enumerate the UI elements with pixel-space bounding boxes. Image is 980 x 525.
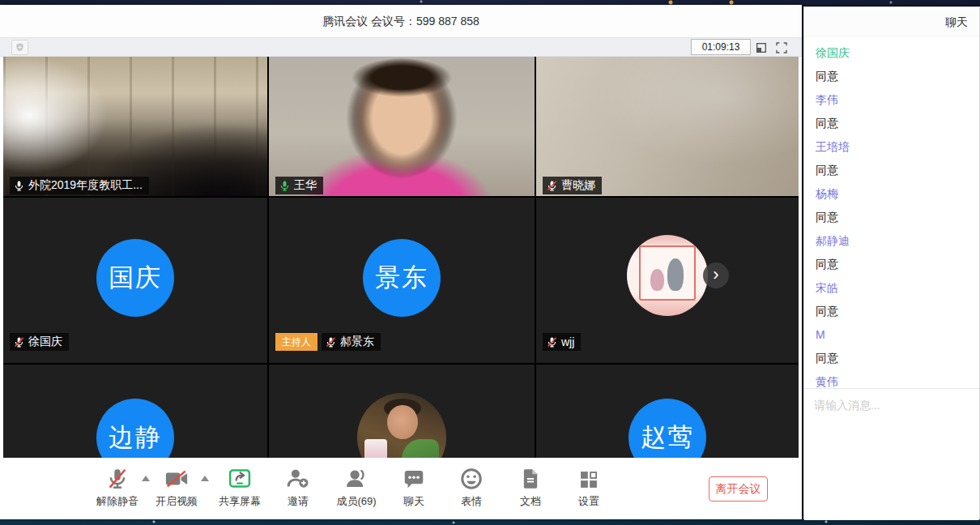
- photo-figure: [387, 405, 417, 439]
- avatar-photo: [627, 235, 708, 316]
- chat-message-text: 同意: [816, 65, 968, 88]
- layout-switch-button[interactable]: [753, 40, 769, 55]
- members-icon: [326, 463, 387, 491]
- participant-name: 王华: [294, 178, 317, 193]
- chat-panel: 聊天 徐国庆 同意 李伟 同意 王培培 同意 杨梅 同意 郝静迪 同意: [803, 6, 980, 519]
- chat-message-text: 同意: [816, 300, 968, 323]
- avatar-initials: 国庆: [96, 239, 174, 317]
- photo-figure: [364, 439, 388, 458]
- toolbar-docs-button[interactable]: 文档: [500, 463, 561, 509]
- avatar-photo: [357, 393, 446, 458]
- participant-name: 曹晓娜: [561, 178, 595, 193]
- chat-sender-name: 李伟: [816, 88, 968, 112]
- meeting-window: 腾讯会议 会议号：599 887 858 01:09:13: [0, 5, 802, 519]
- chat-message-text: 同意: [816, 206, 968, 229]
- chat-bubble-icon: [383, 463, 445, 491]
- mic-muted-icon: [87, 463, 148, 491]
- mic-muted-icon: [546, 180, 558, 192]
- settings-grid-icon: [558, 463, 620, 491]
- participant-name-tag: 徐国庆: [10, 333, 69, 351]
- photo-frame: [639, 245, 696, 301]
- camera-off-icon: [146, 463, 207, 491]
- chat-message-list[interactable]: 徐国庆 同意 李伟 同意 王培培 同意 杨梅 同意 郝静迪 同意 宋皓 同意: [804, 36, 979, 388]
- chat-sender-name: M: [816, 323, 968, 347]
- video-tile-wjj[interactable]: wjj: [536, 198, 799, 363]
- meeting-app: 腾讯会议 会议号：599 887 858 01:09:13: [0, 0, 980, 525]
- video-tile-baby[interactable]: [269, 365, 535, 458]
- chat-message-text: 同意: [816, 347, 968, 370]
- layout-switch-icon: [755, 41, 768, 54]
- chat-input-area: [804, 388, 979, 520]
- share-screen-icon: [209, 463, 271, 491]
- chat-message: 黄伟 同意: [816, 370, 968, 388]
- chat-message-text: 同意: [816, 112, 968, 135]
- fullscreen-button[interactable]: [773, 40, 789, 55]
- video-tile-zhaoying[interactable]: 赵莺: [536, 365, 799, 458]
- chat-message-text: 同意: [816, 253, 968, 276]
- video-tile-caoxiaona[interactable]: 曹晓娜: [536, 57, 799, 196]
- meeting-toolbar: 解除静音 开启视频 共享屏幕 邀请: [0, 458, 802, 519]
- emoji-icon: [441, 463, 502, 491]
- window-title: 腾讯会议 会议号：599 887 858: [0, 5, 802, 37]
- chat-message: 李伟 同意: [816, 88, 968, 135]
- video-tile-haojingdong[interactable]: 景东 主持人 郝景东: [269, 198, 535, 363]
- chat-message: 徐国庆 同意: [816, 41, 968, 88]
- status-bar: 01:09:13: [0, 37, 802, 57]
- chat-message-text: 同意: [816, 159, 968, 182]
- chat-input[interactable]: [804, 389, 979, 520]
- invite-icon: [267, 463, 329, 491]
- chevron-right-icon: ›: [713, 266, 718, 284]
- chat-sender-name: 郝静迪: [816, 229, 968, 253]
- participant-name-tag: 曹晓娜: [543, 177, 602, 194]
- participant-name-tag: 外院2019年度教职工...: [10, 177, 149, 194]
- toolbar-share-screen-button[interactable]: 共享屏幕: [209, 463, 271, 509]
- photo-figure: [667, 258, 684, 291]
- toolbar-start-video-button[interactable]: 开启视频: [146, 463, 207, 509]
- toolbar-members-button[interactable]: 成员(69): [326, 463, 387, 509]
- next-page-button[interactable]: ›: [703, 262, 729, 288]
- mic-muted-icon: [325, 336, 337, 348]
- video-tile-xuguoqing[interactable]: 国庆 徐国庆: [3, 198, 267, 363]
- chat-sender-name: 王培培: [816, 135, 968, 159]
- caret-up-icon[interactable]: [201, 476, 209, 481]
- fullscreen-icon: [775, 41, 788, 54]
- participant-name-tag: 王华: [275, 177, 323, 194]
- mic-muted-icon: [13, 336, 25, 348]
- toolbar-invite-button[interactable]: 邀请: [267, 463, 329, 509]
- photo-figure: [402, 439, 439, 458]
- chat-panel-title: 聊天: [804, 7, 979, 36]
- video-tile-wanghua[interactable]: 王华: [269, 57, 535, 196]
- chat-sender-name: 黄伟: [816, 370, 968, 388]
- participant-name-tag: 郝景东: [322, 333, 381, 351]
- chat-message: 郝静迪 同意: [816, 229, 968, 276]
- document-icon: [500, 463, 561, 491]
- participant-name: 郝景东: [340, 335, 374, 349]
- avatar-initials: 边静: [96, 399, 174, 458]
- video-tile-room[interactable]: 外院2019年度教职工...: [3, 57, 267, 196]
- chat-message: M 同意: [816, 323, 968, 370]
- video-grid: 外院2019年度教职工... 王华: [3, 57, 799, 458]
- participant-name: 徐国庆: [28, 335, 62, 349]
- chat-message: 杨梅 同意: [816, 182, 968, 229]
- chat-message: 王培培 同意: [816, 135, 968, 182]
- participant-name: 外院2019年度教职工...: [28, 178, 143, 193]
- shield-plus-icon: [15, 42, 25, 53]
- toolbar-emoji-button[interactable]: 表情: [441, 463, 502, 509]
- avatar-initials: 景东: [363, 239, 441, 317]
- chat-message: 宋皓 同意: [816, 276, 968, 323]
- toolbar-unmute-button[interactable]: 解除静音: [87, 463, 148, 509]
- avatar-initials: 赵莺: [628, 399, 706, 458]
- toolbar-settings-button[interactable]: 设置: [558, 463, 620, 509]
- photo-figure: [650, 269, 664, 291]
- video-tile-bianjing[interactable]: 边静: [3, 365, 267, 458]
- mic-muted-icon: [546, 336, 558, 348]
- meeting-timer: 01:09:13: [691, 39, 751, 55]
- chat-sender-name: 杨梅: [816, 182, 968, 206]
- toolbar-chat-button[interactable]: 聊天: [383, 463, 445, 509]
- chat-sender-name: 徐国庆: [816, 41, 968, 65]
- participant-name-tag: wjj: [543, 333, 581, 351]
- chat-sender-name: 宋皓: [816, 276, 968, 300]
- leave-meeting-button[interactable]: 离开会议: [709, 476, 768, 502]
- security-shield-button[interactable]: [11, 40, 28, 55]
- mic-status-icon: [13, 180, 25, 192]
